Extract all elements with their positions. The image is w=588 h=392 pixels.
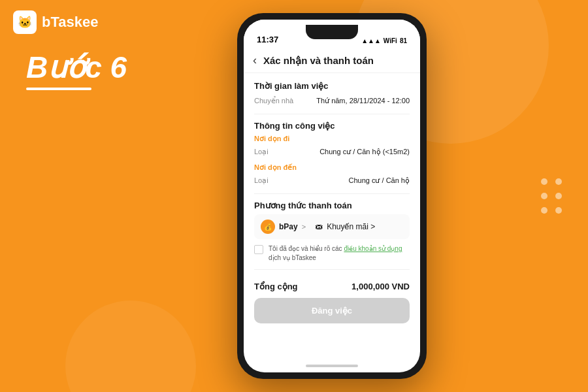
- app-header: 🐱 bTaskee: [13, 10, 98, 34]
- to-subtitle: Nơi dọn đến: [254, 163, 410, 172]
- promo-icon: 🎟: [315, 222, 323, 231]
- work-time-row: Chuyển nhà Thứ năm, 28/11/2024 - 12:00: [254, 95, 410, 107]
- total-value: 1,000,000 VND: [351, 282, 410, 291]
- dot-5: [541, 207, 547, 214]
- logo-icon: 🐱: [13, 10, 37, 34]
- terms-text: Tôi đã đọc và hiểu rõ các điều khoản sử …: [269, 244, 410, 263]
- work-time-label: Chuyển nhà: [254, 97, 293, 105]
- dot-6: [555, 207, 562, 214]
- terms-link[interactable]: điều khoản sử dụng: [344, 245, 402, 252]
- battery-icon: 81: [400, 37, 407, 44]
- wifi-icon: WiFi: [384, 37, 397, 44]
- payment-row[interactable]: 💰 bPay > 🎟 Khuyến mãi >: [254, 214, 410, 239]
- logo-text: bTaskee: [42, 14, 98, 31]
- divider-1: [254, 114, 410, 114]
- to-label: Loại: [254, 176, 269, 185]
- bpay-icon: 💰: [261, 220, 275, 234]
- back-button[interactable]: ‹: [253, 54, 257, 67]
- from-subtitle: Nơi dọn đi: [254, 135, 410, 143]
- work-time-value: Thứ năm, 28/11/2024 - 12:00: [316, 97, 410, 105]
- job-info-section: Thông tin công việc Nơi dọn đi Loại Chun…: [254, 121, 410, 187]
- dot-2: [555, 178, 562, 185]
- submit-button[interactable]: Đăng việc: [254, 298, 410, 323]
- terms-prefix: Tôi đã đọc và hiểu rõ các: [269, 245, 344, 252]
- promo-label: Khuyến mãi >: [327, 222, 375, 231]
- phone-mockup: 11:37 ▲▲▲ WiFi 81 ‹ Xác nhận và thanh to…: [237, 13, 427, 379]
- total-row: Tổng cộng 1,000,000 VND: [254, 276, 410, 295]
- divider-2: [254, 193, 410, 194]
- nav-bar: ‹ Xác nhận và thanh toán: [244, 48, 420, 73]
- to-row: Loại Chung cư / Căn hộ: [254, 174, 410, 187]
- phone-frame: 11:37 ▲▲▲ WiFi 81 ‹ Xác nhận và thanh to…: [237, 13, 427, 379]
- terms-row: Tôi đã đọc và hiểu rõ các điều khoản sử …: [254, 244, 410, 263]
- work-time-section: Thời gian làm việc Chuyển nhà Thứ năm, 2…: [254, 81, 410, 107]
- payment-arrow: >: [302, 223, 306, 231]
- payment-section: Phương thức thanh toán 💰 bPay > 🎟 Khuyến…: [254, 201, 410, 263]
- screen-content: Thời gian làm việc Chuyển nhà Thứ năm, 2…: [244, 73, 420, 359]
- step-label: Bước 6: [26, 52, 127, 90]
- bpay-label: bPay: [279, 222, 298, 231]
- terms-suffix: dịch vụ bTaskee: [269, 254, 316, 261]
- phone-notch: [306, 25, 358, 39]
- from-label: Loại: [254, 148, 269, 156]
- step-divider: [26, 88, 91, 90]
- divider-3: [254, 269, 410, 270]
- status-time: 11:37: [257, 35, 278, 44]
- page-title: Xác nhận và thanh toán: [263, 55, 374, 67]
- signal-icon: ▲▲▲: [361, 37, 381, 44]
- from-value: Chung cư / Căn hộ (<15m2): [319, 148, 410, 156]
- dot-3: [541, 193, 547, 199]
- terms-checkbox[interactable]: [254, 245, 263, 254]
- payment-title: Phương thức thanh toán: [254, 201, 410, 210]
- home-indicator: [244, 359, 420, 372]
- decorative-dots: [541, 178, 562, 214]
- phone-screen: 11:37 ▲▲▲ WiFi 81 ‹ Xác nhận và thanh to…: [244, 20, 420, 372]
- total-label: Tổng cộng: [254, 282, 298, 291]
- step-heading: Bước 6: [26, 52, 127, 82]
- status-icons: ▲▲▲ WiFi 81: [361, 37, 407, 44]
- dot-4: [555, 193, 562, 199]
- work-time-title: Thời gian làm việc: [254, 81, 410, 91]
- to-value: Chung cư / Căn hộ: [349, 176, 410, 185]
- dot-1: [541, 178, 547, 185]
- home-bar: [306, 365, 358, 367]
- job-info-title: Thông tin công việc: [254, 121, 410, 131]
- from-row: Loại Chung cư / Căn hộ (<15m2): [254, 146, 410, 158]
